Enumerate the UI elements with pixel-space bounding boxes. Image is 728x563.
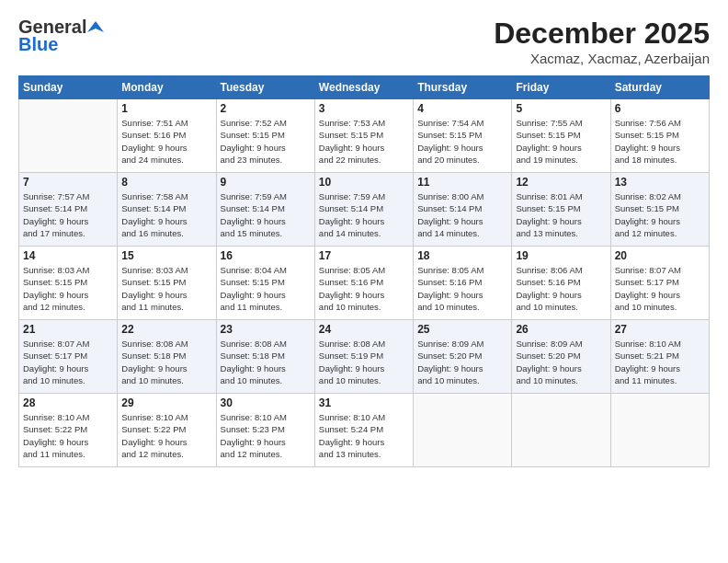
calendar-cell: 15Sunrise: 8:03 AMSunset: 5:15 PMDayligh… — [118, 247, 216, 320]
day-info: Sunrise: 8:10 AMSunset: 5:22 PMDaylight:… — [121, 411, 211, 460]
day-info: Sunrise: 8:08 AMSunset: 5:18 PMDaylight:… — [121, 338, 211, 386]
logo-blue: Blue — [18, 34, 58, 55]
calendar-cell: 17Sunrise: 8:05 AMSunset: 5:16 PMDayligh… — [314, 247, 413, 320]
day-info: Sunrise: 7:51 AMSunset: 5:16 PMDaylight:… — [121, 117, 211, 166]
day-number: 13 — [615, 176, 705, 189]
day-info: Sunrise: 8:10 AMSunset: 5:22 PMDaylight:… — [23, 411, 113, 460]
day-number: 26 — [516, 323, 606, 336]
day-info: Sunrise: 8:07 AMSunset: 5:17 PMDaylight:… — [615, 264, 705, 313]
day-number: 7 — [23, 176, 113, 189]
header: General Blue December 2025 Xacmaz, Xacma… — [18, 17, 710, 66]
day-info: Sunrise: 8:06 AMSunset: 5:16 PMDaylight:… — [516, 264, 606, 313]
header-sunday: Sunday — [19, 76, 118, 99]
calendar-cell: 4Sunrise: 7:54 AMSunset: 5:15 PMDaylight… — [414, 99, 512, 173]
calendar-header-row: SundayMondayTuesdayWednesdayThursdayFrid… — [19, 76, 710, 99]
day-number: 27 — [615, 323, 705, 336]
day-number: 28 — [23, 396, 113, 409]
calendar-cell: 28Sunrise: 8:10 AMSunset: 5:22 PMDayligh… — [19, 394, 118, 467]
calendar-cell: 13Sunrise: 8:02 AMSunset: 5:15 PMDayligh… — [610, 173, 709, 247]
day-number: 25 — [417, 323, 507, 336]
calendar-cell: 11Sunrise: 8:00 AMSunset: 5:14 PMDayligh… — [414, 173, 512, 247]
calendar-week-row: 14Sunrise: 8:03 AMSunset: 5:15 PMDayligh… — [19, 247, 710, 320]
calendar-cell — [19, 99, 118, 173]
day-number: 15 — [121, 249, 211, 262]
calendar-cell: 6Sunrise: 7:56 AMSunset: 5:15 PMDaylight… — [610, 99, 709, 173]
day-info: Sunrise: 8:02 AMSunset: 5:15 PMDaylight:… — [615, 190, 705, 239]
day-number: 29 — [121, 396, 211, 409]
day-number: 2 — [221, 102, 311, 115]
calendar-cell: 14Sunrise: 8:03 AMSunset: 5:15 PMDayligh… — [19, 247, 118, 320]
header-tuesday: Tuesday — [216, 76, 314, 99]
location: Xacmaz, Xacmaz, Azerbaijan — [494, 51, 710, 66]
calendar-cell: 2Sunrise: 7:52 AMSunset: 5:15 PMDaylight… — [216, 99, 314, 173]
header-thursday: Thursday — [414, 76, 512, 99]
calendar-cell: 22Sunrise: 8:08 AMSunset: 5:18 PMDayligh… — [118, 320, 216, 394]
day-info: Sunrise: 7:58 AMSunset: 5:14 PMDaylight:… — [121, 190, 211, 239]
calendar-cell: 16Sunrise: 8:04 AMSunset: 5:15 PMDayligh… — [216, 247, 314, 320]
header-monday: Monday — [118, 76, 216, 99]
calendar-cell: 9Sunrise: 7:59 AMSunset: 5:14 PMDaylight… — [216, 173, 314, 247]
calendar-cell — [610, 394, 709, 467]
calendar-cell — [414, 394, 512, 467]
day-info: Sunrise: 8:10 AMSunset: 5:23 PMDaylight:… — [221, 411, 311, 460]
day-info: Sunrise: 8:05 AMSunset: 5:16 PMDaylight:… — [417, 264, 507, 313]
day-info: Sunrise: 7:54 AMSunset: 5:15 PMDaylight:… — [417, 117, 507, 166]
logo-bird-icon — [87, 19, 104, 36]
day-info: Sunrise: 7:57 AMSunset: 5:14 PMDaylight:… — [23, 190, 113, 239]
calendar-week-row: 28Sunrise: 8:10 AMSunset: 5:22 PMDayligh… — [19, 394, 710, 467]
calendar-week-row: 1Sunrise: 7:51 AMSunset: 5:16 PMDaylight… — [19, 99, 710, 173]
calendar-page: General Blue December 2025 Xacmaz, Xacma… — [0, 0, 728, 563]
calendar-cell: 29Sunrise: 8:10 AMSunset: 5:22 PMDayligh… — [118, 394, 216, 467]
day-number: 14 — [23, 249, 113, 262]
day-info: Sunrise: 8:04 AMSunset: 5:15 PMDaylight:… — [221, 264, 311, 313]
calendar-cell: 25Sunrise: 8:09 AMSunset: 5:20 PMDayligh… — [414, 320, 512, 394]
day-number: 24 — [319, 323, 409, 336]
day-number: 21 — [23, 323, 113, 336]
day-number: 1 — [121, 102, 211, 115]
calendar-cell: 30Sunrise: 8:10 AMSunset: 5:23 PMDayligh… — [216, 394, 314, 467]
day-number: 6 — [615, 102, 705, 115]
day-info: Sunrise: 8:08 AMSunset: 5:19 PMDaylight:… — [319, 338, 409, 386]
day-number: 4 — [417, 102, 507, 115]
day-number: 5 — [516, 102, 606, 115]
calendar-cell: 18Sunrise: 8:05 AMSunset: 5:16 PMDayligh… — [414, 247, 512, 320]
day-info: Sunrise: 8:10 AMSunset: 5:24 PMDaylight:… — [319, 411, 409, 460]
day-number: 18 — [417, 249, 507, 262]
day-info: Sunrise: 8:08 AMSunset: 5:18 PMDaylight:… — [221, 338, 311, 386]
day-number: 17 — [319, 249, 409, 262]
calendar-cell: 23Sunrise: 8:08 AMSunset: 5:18 PMDayligh… — [216, 320, 314, 394]
day-number: 30 — [221, 396, 311, 409]
title-block: December 2025 Xacmaz, Xacmaz, Azerbaijan — [494, 17, 710, 66]
day-info: Sunrise: 8:03 AMSunset: 5:15 PMDaylight:… — [23, 264, 113, 313]
calendar-cell: 8Sunrise: 7:58 AMSunset: 5:14 PMDaylight… — [118, 173, 216, 247]
svg-marker-0 — [87, 21, 104, 32]
calendar-cell: 12Sunrise: 8:01 AMSunset: 5:15 PMDayligh… — [512, 173, 610, 247]
day-info: Sunrise: 8:00 AMSunset: 5:14 PMDaylight:… — [417, 190, 507, 239]
day-info: Sunrise: 7:52 AMSunset: 5:15 PMDaylight:… — [221, 117, 311, 166]
calendar-cell: 27Sunrise: 8:10 AMSunset: 5:21 PMDayligh… — [610, 320, 709, 394]
day-number: 19 — [516, 249, 606, 262]
day-number: 8 — [121, 176, 211, 189]
calendar-cell: 7Sunrise: 7:57 AMSunset: 5:14 PMDaylight… — [19, 173, 118, 247]
header-wednesday: Wednesday — [314, 76, 413, 99]
day-info: Sunrise: 7:55 AMSunset: 5:15 PMDaylight:… — [516, 117, 606, 166]
calendar-cell: 5Sunrise: 7:55 AMSunset: 5:15 PMDaylight… — [512, 99, 610, 173]
calendar-cell: 3Sunrise: 7:53 AMSunset: 5:15 PMDaylight… — [314, 99, 413, 173]
day-number: 23 — [221, 323, 311, 336]
calendar-cell: 1Sunrise: 7:51 AMSunset: 5:16 PMDaylight… — [118, 99, 216, 173]
calendar-cell: 26Sunrise: 8:09 AMSunset: 5:20 PMDayligh… — [512, 320, 610, 394]
day-info: Sunrise: 7:53 AMSunset: 5:15 PMDaylight:… — [319, 117, 409, 166]
calendar-table: SundayMondayTuesdayWednesdayThursdayFrid… — [18, 75, 710, 467]
calendar-cell: 19Sunrise: 8:06 AMSunset: 5:16 PMDayligh… — [512, 247, 610, 320]
day-info: Sunrise: 8:07 AMSunset: 5:17 PMDaylight:… — [23, 338, 113, 386]
day-info: Sunrise: 8:01 AMSunset: 5:15 PMDaylight:… — [516, 190, 606, 239]
day-number: 12 — [516, 176, 606, 189]
calendar-week-row: 21Sunrise: 8:07 AMSunset: 5:17 PMDayligh… — [19, 320, 710, 394]
day-info: Sunrise: 8:03 AMSunset: 5:15 PMDaylight:… — [121, 264, 211, 313]
day-number: 22 — [121, 323, 211, 336]
day-number: 9 — [221, 176, 311, 189]
logo: General Blue — [18, 17, 104, 55]
calendar-week-row: 7Sunrise: 7:57 AMSunset: 5:14 PMDaylight… — [19, 173, 710, 247]
day-info: Sunrise: 8:09 AMSunset: 5:20 PMDaylight:… — [417, 338, 507, 386]
day-info: Sunrise: 8:05 AMSunset: 5:16 PMDaylight:… — [319, 264, 409, 313]
